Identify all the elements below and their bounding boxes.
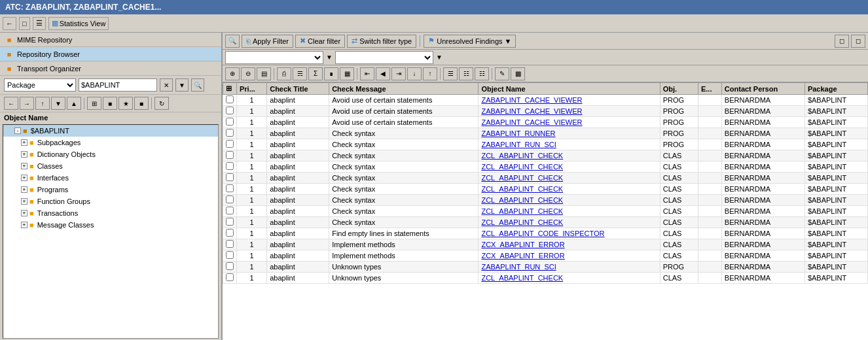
sort-desc-btn[interactable]: ↓ [407, 67, 422, 80]
row-checkbox[interactable] [226, 218, 234, 226]
object-name-link[interactable]: ZCX_ABAPLINT_ERROR [481, 252, 564, 260]
zoom-btn3[interactable]: ▤ [257, 67, 271, 80]
print-btn[interactable]: ⎙ [277, 67, 291, 80]
row-expand[interactable] [223, 117, 237, 128]
nav-repo-browser[interactable]: ■ Repository Browser [0, 47, 221, 61]
tree-toggle-funcgrp[interactable]: + [21, 198, 27, 205]
object-name-link[interactable]: ZCL_ABAPLINT_CHECK [481, 218, 563, 226]
tree-toggle-root[interactable]: - [14, 128, 21, 134]
col-priority[interactable]: Pri... [237, 83, 267, 95]
row-expand[interactable] [223, 106, 237, 117]
clear-filter-button[interactable]: ✖ Clear filter [295, 35, 345, 48]
col-btn2[interactable]: ☷ [459, 67, 473, 80]
row-expand[interactable] [223, 262, 237, 273]
object-name-link[interactable]: ZABAPLINT_RUN_SCI [481, 141, 556, 148]
object-name-link[interactable]: ZCL_ABAPLINT_CHECK [481, 185, 563, 193]
row-object-name[interactable]: ZCL_ABAPLINT_CHECK [479, 173, 660, 184]
object-name-link[interactable]: ZABAPLINT_CACHE_VIEWER [481, 96, 582, 104]
row-object-name[interactable]: ZCL_ABAPLINT_CHECK [479, 217, 660, 228]
tree-toggle-intf[interactable]: + [21, 175, 27, 181]
row-expand[interactable] [223, 273, 237, 284]
row-checkbox[interactable] [226, 118, 234, 126]
row-checkbox[interactable] [226, 240, 234, 248]
object-tree[interactable]: - ■ $ABAPLINT + ■ Subpackages + ■ Dictio… [3, 124, 219, 339]
tree-item-interfaces[interactable]: + ■ Interfaces [3, 172, 218, 184]
star-button[interactable]: ★ [118, 97, 133, 110]
col-contact[interactable]: Contact Person [721, 83, 805, 95]
filter-btn2[interactable]: ☴ [293, 67, 307, 80]
prev-button[interactable]: ← [4, 97, 18, 110]
object-name-link[interactable]: ZCL_ABAPLINT_CHECK [481, 196, 563, 204]
row-expand[interactable] [223, 217, 237, 228]
sum-btn[interactable]: Σ [308, 67, 323, 80]
object-name-link[interactable]: ZCL_ABAPLINT_CHECK [481, 174, 563, 182]
object-name-link[interactable]: ZCL_ABAPLINT_CODE_INSPECTOR [481, 230, 604, 237]
col-check-message[interactable]: Check Message [329, 83, 479, 95]
row-expand[interactable] [223, 173, 237, 184]
row-checkbox[interactable] [226, 162, 234, 170]
nav-mime-repo[interactable]: ■ MIME Repository [0, 33, 221, 47]
select-all-btn[interactable]: ▦ [340, 67, 354, 80]
sort-asc-btn[interactable]: ↑ [423, 67, 437, 80]
row-checkbox[interactable] [226, 251, 234, 259]
row-object-name[interactable]: ZCL_ABAPLINT_CHECK [479, 184, 660, 195]
row-expand[interactable] [223, 184, 237, 195]
row-checkbox[interactable] [226, 273, 234, 281]
col-btn3[interactable]: ☷ [475, 67, 489, 80]
filter-select-1[interactable] [225, 51, 323, 64]
row-checkbox[interactable] [226, 129, 234, 137]
object-name-link[interactable]: ZCL_ABAPLINT_CHECK [481, 163, 563, 171]
object-name-link[interactable]: ZCL_ABAPLINT_CHECK [481, 274, 563, 282]
row-expand[interactable] [223, 150, 237, 162]
package-input[interactable] [79, 78, 157, 92]
row-object-name[interactable]: ZABAPLINT_RUN_SCI [479, 139, 660, 150]
apply-filter-button[interactable]: ⎗ Apply Filter [242, 35, 293, 48]
row-checkbox[interactable] [226, 95, 234, 103]
row-object-name[interactable]: ZABAPLINT_CACHE_VIEWER [479, 106, 660, 117]
row-object-name[interactable]: ZABAPLINT_RUNNER [479, 128, 660, 139]
object-name-link[interactable]: ZABAPLINT_CACHE_VIEWER [481, 107, 582, 115]
prev-page-btn[interactable]: ◀ [376, 67, 390, 80]
tree-item-root[interactable]: - ■ $ABAPLINT [3, 125, 218, 137]
dropdown-button[interactable]: ▼ [175, 78, 189, 92]
package-type-select[interactable]: Package [4, 78, 76, 92]
filter-icon-btn[interactable]: 🔍 [225, 35, 240, 48]
refresh-button[interactable]: ↻ [154, 97, 169, 110]
expand-button[interactable]: ⊞ [87, 97, 101, 110]
object-name-link[interactable]: ZCL_ABAPLINT_CHECK [481, 152, 563, 160]
switch-filter-button[interactable]: ⇄ Switch filter type [347, 35, 416, 48]
row-expand[interactable] [223, 139, 237, 150]
object-name-link[interactable]: ZCL_ABAPLINT_CHECK [481, 207, 563, 215]
col-opt-btn[interactable]: ☰ [443, 67, 458, 80]
row-object-name[interactable]: ZCX_ABAPLINT_ERROR [479, 239, 660, 250]
tree-item-funcgrp[interactable]: + ■ Function Groups [3, 196, 218, 207]
row-checkbox[interactable] [226, 207, 234, 214]
tree-toggle-msgcls[interactable]: + [21, 222, 27, 228]
row-object-name[interactable]: ZCL_ABAPLINT_CHECK [479, 162, 660, 173]
tree-item-transactions[interactable]: + ■ Transactions [3, 207, 218, 219]
statistics-view-button[interactable]: ▩ Statistics View [48, 17, 109, 30]
row-checkbox[interactable] [226, 107, 234, 114]
list-button[interactable]: ☰ [33, 17, 46, 30]
export-btn2[interactable]: ◻ [851, 35, 865, 48]
row-checkbox[interactable] [226, 229, 234, 237]
col-check-title[interactable]: Check Title [267, 83, 329, 95]
col-obj-type[interactable]: Obj. [660, 83, 698, 95]
dot-button[interactable]: ■ [134, 97, 149, 110]
row-object-name[interactable]: ZCL_ABAPLINT_CHECK [479, 150, 660, 162]
back-button[interactable]: ← [3, 17, 16, 30]
col-exemption[interactable]: E... [698, 83, 721, 95]
row-expand[interactable] [223, 250, 237, 262]
results-table-container[interactable]: ⊞ Pri... Check Title Check Message Objec… [223, 82, 868, 340]
object-name-link[interactable]: ZABAPLINT_RUN_SCI [481, 263, 556, 271]
row-expand[interactable] [223, 228, 237, 239]
tree-toggle-dict[interactable]: + [21, 151, 27, 158]
note-btn[interactable]: ✎ [495, 67, 509, 80]
zoom-out-btn[interactable]: ⊖ [241, 67, 255, 80]
filter-up-button[interactable]: ▲ [67, 97, 81, 110]
graph-btn[interactable]: ▩ [511, 67, 525, 80]
export-btn1[interactable]: ◻ [835, 35, 849, 48]
object-name-link[interactable]: ZABAPLINT_RUNNER [481, 129, 555, 137]
filter-select-2[interactable] [335, 51, 433, 64]
tree-item-programs[interactable]: + ■ Programs [3, 184, 218, 196]
